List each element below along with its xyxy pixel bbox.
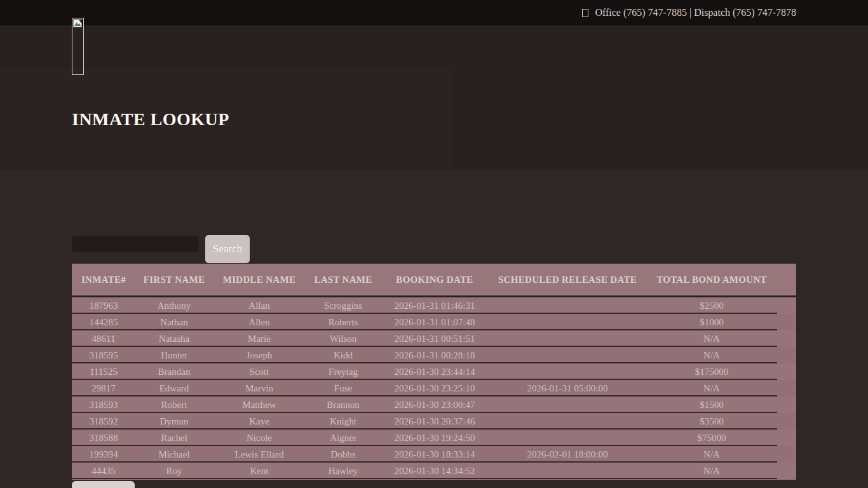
table-row: 199394 Michael Lewis Ellard Dobbs 2026-0…: [72, 446, 796, 463]
cell-first-name: Michael: [135, 449, 213, 460]
cell-last-name: Wilson: [306, 334, 381, 344]
cell-middle-name: Joseph: [213, 350, 306, 361]
cell-booking-date: 2026-01-30 23:25:10: [381, 383, 489, 394]
cell-middle-name: Allan: [213, 301, 306, 311]
table-row: 318593 Robert Matthew Brannon 2026-01-30…: [72, 396, 796, 413]
cell-last-name: Roberts: [306, 317, 381, 328]
column-header-inmate-number: INMATE#: [72, 274, 135, 285]
cell-middle-name: Matthew: [213, 400, 306, 410]
cell-last-name: Kidd: [306, 350, 381, 361]
cell-total-bond-amount: N/A: [646, 383, 796, 394]
cell-inmate-number: 318595: [72, 350, 135, 361]
cell-booking-date: 2026-01-30 23:00:47: [381, 400, 489, 410]
table-row: 111525 Brandan Scott Freytag 2026-01-30 …: [72, 363, 796, 380]
broken-image-icon: [73, 19, 83, 28]
inmate-lookup-page: Office (765) 747-7885 | Dispatch (765) 7…: [0, 0, 868, 488]
column-header-booking-date: BOOKING DATE: [381, 274, 489, 285]
cell-first-name: Edward: [135, 383, 213, 394]
cell-inmate-number: 199394: [72, 449, 135, 460]
cell-middle-name: Nicole: [213, 433, 306, 444]
cell-total-bond-amount: $75000: [646, 433, 796, 444]
table-row: 44435 Roy Kent Hawley 2026-01-30 14:34:5…: [72, 463, 796, 479]
cell-booking-date: 2026-01-30 23:44:14: [381, 367, 489, 377]
cell-middle-name: Marie: [213, 334, 306, 344]
inmate-table: INMATE# FIRST NAME MIDDLE NAME LAST NAME…: [72, 264, 796, 480]
site-logo-broken-image[interactable]: [72, 18, 84, 75]
column-header-first-name: FIRST NAME: [135, 274, 213, 285]
table-row: 318595 Hunter Joseph Kidd 2026-01-31 00:…: [72, 347, 796, 363]
cell-last-name: Freytag: [306, 367, 381, 377]
table-row: 318588 Rachel Nicole Aigner 2026-01-30 1…: [72, 430, 796, 446]
table-row: 48611 Natasha Marie Wilson 2026-01-31 00…: [72, 330, 796, 347]
cell-inmate-number: 318593: [72, 400, 135, 410]
table-row: 144285 Nathan Allen Roberts 2026-01-31 0…: [72, 314, 796, 330]
search-input[interactable]: [72, 236, 199, 252]
cell-first-name: Hunter: [135, 350, 213, 361]
previous-page-button[interactable]: Previous: [72, 481, 135, 488]
cell-scheduled-release-date: 2026-01-31 05:00:00: [489, 383, 646, 394]
phone-text: Office (765) 747-7885 | Dispatch (765) 7…: [595, 7, 796, 18]
cell-first-name: Robert: [135, 400, 213, 410]
cell-booking-date: 2026-01-30 20:37:46: [381, 416, 489, 427]
cell-middle-name: Kent: [213, 466, 306, 477]
cell-middle-name: Scott: [213, 367, 306, 377]
cell-total-bond-amount: $175000: [646, 367, 796, 377]
cell-middle-name: Lewis Ellard: [213, 449, 306, 460]
search-button[interactable]: Search: [205, 235, 250, 263]
cell-total-bond-amount: N/A: [646, 449, 796, 460]
contact-phone-numbers: Office (765) 747-7885 | Dispatch (765) 7…: [582, 0, 796, 25]
cell-inmate-number: 44435: [72, 466, 135, 477]
cell-total-bond-amount: N/A: [646, 466, 796, 477]
cell-first-name: Roy: [135, 466, 213, 477]
cell-first-name: Rachel: [135, 433, 213, 444]
cell-inmate-number: 111525: [72, 367, 135, 377]
cell-booking-date: 2026-01-30 14:34:52: [381, 466, 489, 477]
table-row: 318592 Dymun Kaye Knight 2026-01-30 20:3…: [72, 413, 796, 430]
cell-first-name: Nathan: [135, 317, 213, 328]
cell-total-bond-amount: $1000: [646, 317, 796, 328]
cell-last-name: Knight: [306, 416, 381, 427]
table-row: 29817 Edward Marvin Fuse 2026-01-30 23:2…: [72, 380, 796, 396]
phone-icon: [582, 9, 588, 17]
cell-inmate-number: 144285: [72, 317, 135, 328]
column-header-scheduled-release-date: SCHEDULED RELEASE DATE: [489, 274, 646, 285]
cell-booking-date: 2026-01-31 01:07:48: [381, 317, 489, 328]
table-row: 187963 Anthony Allan Scroggins 2026-01-3…: [72, 297, 796, 314]
cell-last-name: Brannon: [306, 400, 381, 410]
cell-inmate-number: 318592: [72, 416, 135, 427]
cell-total-bond-amount: $2500: [646, 301, 796, 311]
nav-bar: [0, 25, 868, 69]
cell-scheduled-release-date: 2026-02-01 18:00:00: [489, 449, 646, 460]
cell-booking-date: 2026-01-30 19:24:50: [381, 433, 489, 444]
cell-booking-date: 2026-01-31 00:51:51: [381, 334, 489, 344]
cell-last-name: Aigner: [306, 433, 381, 444]
cell-last-name: Fuse: [306, 383, 381, 394]
page-title: INMATE LOOKUP: [72, 109, 229, 130]
table-scroll-area[interactable]: 187963 Anthony Allan Scroggins 2026-01-3…: [72, 297, 796, 479]
cell-inmate-number: 29817: [72, 383, 135, 394]
cell-inmate-number: 48611: [72, 334, 135, 344]
cell-total-bond-amount: $1500: [646, 400, 796, 410]
cell-middle-name: Marvin: [213, 383, 306, 394]
cell-total-bond-amount: N/A: [646, 334, 796, 344]
cell-middle-name: Kaye: [213, 416, 306, 427]
column-header-total-bond-amount: TOTAL BOND AMOUNT: [646, 274, 796, 285]
cell-first-name: Natasha: [135, 334, 213, 344]
cell-middle-name: Allen: [213, 317, 306, 328]
cell-total-bond-amount: N/A: [646, 350, 796, 361]
cell-last-name: Hawley: [306, 466, 381, 477]
cell-booking-date: 2026-01-31 00:28:18: [381, 350, 489, 361]
cell-total-bond-amount: $3500: [646, 416, 796, 427]
cell-inmate-number: 318588: [72, 433, 135, 444]
cell-inmate-number: 187963: [72, 301, 135, 311]
table-header-row: INMATE# FIRST NAME MIDDLE NAME LAST NAME…: [72, 264, 796, 297]
cell-last-name: Scroggins: [306, 301, 381, 311]
cell-booking-date: 2026-01-31 01:46:31: [381, 301, 489, 311]
cell-first-name: Anthony: [135, 301, 213, 311]
cell-first-name: Brandan: [135, 367, 213, 377]
cell-last-name: Dobbs: [306, 449, 381, 460]
cell-booking-date: 2026-01-30 18:33:14: [381, 449, 489, 460]
column-header-last-name: LAST NAME: [306, 274, 381, 285]
column-header-middle-name: MIDDLE NAME: [213, 274, 306, 285]
cell-first-name: Dymun: [135, 416, 213, 427]
